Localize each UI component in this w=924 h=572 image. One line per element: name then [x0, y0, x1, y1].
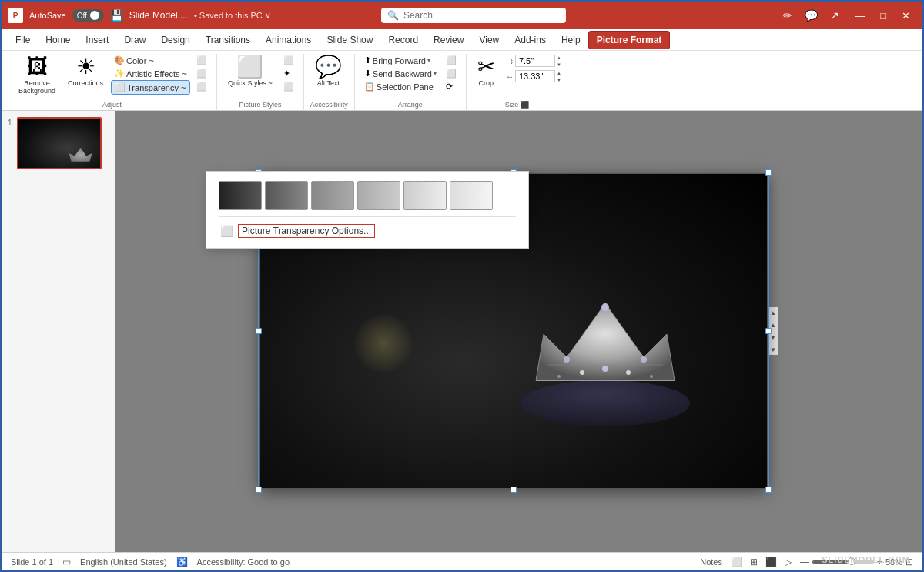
color-icon: 🎨 — [114, 55, 125, 65]
transparency-dropdown: ⬜ Picture Transparency Options... — [206, 171, 529, 249]
alt-text-label: Alt Text — [317, 79, 340, 87]
corrections-button[interactable]: ☀ Corrections — [63, 54, 108, 89]
quick-styles-button[interactable]: ⬜ Quick Styles ~ — [223, 54, 277, 89]
menu-insert[interactable]: Insert — [78, 32, 116, 49]
bring-forward-arrow: ▾ — [427, 57, 430, 64]
picture-layout-button[interactable]: ⬜ — [193, 67, 210, 80]
bring-forward-label: Bring Forward — [373, 56, 426, 65]
arrange-content: ⬆ Bring Forward ▾ ⬇ Send Backward ▾ 📋 Se… — [361, 54, 460, 99]
alt-text-button[interactable]: 💬 Alt Text — [310, 54, 346, 89]
menu-addins[interactable]: Add-ins — [507, 32, 554, 49]
menu-animations[interactable]: Animations — [258, 32, 319, 49]
height-up[interactable]: ▲ — [557, 69, 561, 76]
transparency-thumb-65[interactable] — [403, 181, 447, 210]
search-bar[interactable]: 🔍 — [381, 8, 566, 23]
maximize-button[interactable]: □ — [874, 8, 892, 23]
remove-bg-label: RemoveBackground — [18, 79, 55, 95]
transparency-thumb-0[interactable] — [219, 181, 262, 210]
scroll-nav-up[interactable]: ▲ — [768, 319, 778, 330]
crop-icon: ✂ — [477, 55, 495, 79]
adjust-col: 🎨 Color ~ ✨ Artistic Effects ~ ⬜ Transpa… — [111, 54, 190, 95]
svg-point-7 — [602, 366, 608, 372]
bring-forward-icon: ⬆ — [364, 55, 371, 65]
normal-view-btn[interactable]: ⬜ — [728, 556, 745, 568]
menu-record[interactable]: Record — [380, 32, 426, 49]
menu-help[interactable]: Help — [554, 32, 588, 49]
chat-icon[interactable]: 💬 — [802, 8, 821, 23]
height-input[interactable] — [515, 70, 555, 82]
minimize-button[interactable]: — — [849, 8, 871, 23]
menu-file[interactable]: File — [8, 32, 38, 49]
picture-border-button[interactable]: ⬜ — [280, 54, 297, 67]
menu-transitions[interactable]: Transitions — [198, 32, 258, 49]
share-icon[interactable]: ↗ — [827, 8, 842, 23]
width-field: ↕ ▲ ▼ — [503, 54, 561, 68]
height-field: ↔ ▲ ▼ — [503, 69, 561, 83]
slide-thumbnail[interactable] — [17, 117, 102, 169]
crop-button[interactable]: ✂ Crop — [473, 54, 500, 89]
transparency-thumb-80[interactable] — [450, 181, 493, 210]
svg-point-2 — [564, 356, 570, 363]
accessibility-status: Accessibility: Good to go — [197, 557, 290, 567]
saved-arrow[interactable]: ∨ — [265, 11, 271, 20]
zoom-out-icon[interactable]: — — [800, 557, 809, 567]
crown-mini — [69, 148, 92, 162]
send-backward-button[interactable]: ⬇ Send Backward ▾ — [361, 67, 440, 80]
color-button[interactable]: 🎨 Color ~ — [111, 54, 190, 67]
ribbon-group-access: 💬 Alt Text Accessibility — [304, 54, 355, 110]
scroll-down-arrow[interactable]: ▼ — [768, 344, 778, 355]
slide-indicator-icon[interactable]: ▭ — [62, 557, 71, 567]
menu-view[interactable]: View — [471, 32, 507, 49]
title-bar-right: ✏ 💬 ↗ — [780, 8, 842, 23]
transparency-button[interactable]: ⬜ Transparency ~ — [111, 80, 190, 95]
transparency-thumb-15[interactable] — [265, 181, 308, 210]
menu-bar: File Home Insert Draw Design Transitions… — [2, 29, 922, 51]
transparency-thumb-30[interactable] — [311, 181, 354, 210]
width-up[interactable]: ▲ — [557, 54, 561, 61]
selection-label: Selection Pane — [377, 82, 434, 92]
transparency-thumb-50[interactable] — [357, 181, 400, 210]
menu-slideshow[interactable]: Slide Show — [319, 32, 380, 49]
logo-letter: P — [13, 12, 18, 20]
width-input[interactable] — [515, 55, 555, 67]
picture-layout-btn[interactable]: ⬜ — [280, 80, 297, 93]
picture-transparency-options[interactable]: ⬜ Picture Transparency Options... — [213, 220, 522, 242]
compress-button[interactable]: ⬜ — [193, 80, 210, 93]
saved-status: • Saved to this PC ∨ — [194, 11, 271, 21]
menu-design[interactable]: Design — [153, 32, 197, 49]
group-button[interactable]: ⬜ — [443, 67, 460, 80]
menu-review[interactable]: Review — [426, 32, 471, 49]
reading-view-btn[interactable]: ⬛ — [763, 556, 779, 568]
scroll-up-arrow[interactable]: ▲ — [768, 307, 778, 318]
size-label: Size ⬛ — [473, 99, 561, 110]
close-button[interactable]: ✕ — [896, 8, 916, 23]
bring-forward-button[interactable]: ⬆ Bring Forward ▾ — [361, 54, 440, 67]
crop-shape-button[interactable]: ⬜ — [193, 54, 210, 67]
autosave-state: Off — [77, 12, 87, 20]
menu-draw[interactable]: Draw — [116, 32, 153, 49]
send-backward-arrow: ▾ — [434, 70, 437, 77]
menu-picture-format[interactable]: Picture Format — [588, 31, 671, 49]
menu-home[interactable]: Home — [38, 32, 78, 49]
remove-background-button[interactable]: 🖼 RemoveBackground — [14, 54, 60, 96]
search-input[interactable] — [403, 10, 560, 21]
artistic-label: Artistic Effects ~ — [126, 69, 187, 79]
height-down[interactable]: ▼ — [557, 76, 561, 83]
grid-view-btn[interactable]: ⊞ — [748, 556, 760, 568]
picture-effects-button[interactable]: ✦ — [280, 67, 297, 80]
save-icon[interactable]: 💾 — [110, 9, 123, 22]
rotate-button[interactable]: ⟳ — [443, 80, 460, 93]
pen-icon[interactable]: ✏ — [780, 8, 795, 23]
slide-thumb-inner — [18, 119, 100, 168]
autosave-toggle[interactable]: Off — [72, 9, 104, 22]
width-down[interactable]: ▼ — [557, 61, 561, 68]
slideshow-view-btn[interactable]: ▷ — [782, 556, 794, 568]
styles-label: Picture Styles — [223, 99, 297, 110]
align-button[interactable]: ⬜ — [443, 54, 460, 67]
search-icon: 🔍 — [387, 10, 399, 21]
artistic-effects-button[interactable]: ✨ Artistic Effects ~ — [111, 67, 190, 80]
scroll-nav-down[interactable]: ▼ — [768, 332, 778, 343]
selection-pane-button[interactable]: 📋 Selection Pane — [361, 80, 440, 93]
height-spinner: ▲ ▼ — [557, 69, 561, 83]
notes-button[interactable]: Notes — [700, 557, 722, 567]
